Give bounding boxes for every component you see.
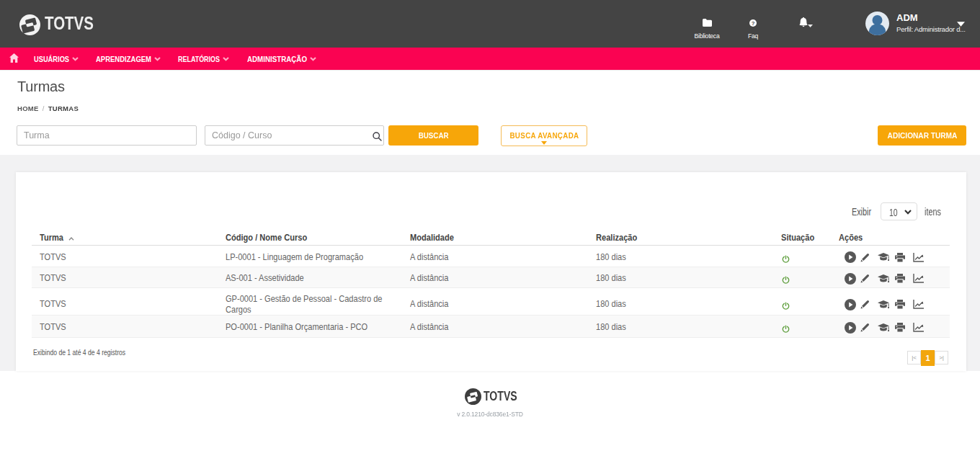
- svg-text:?: ?: [752, 20, 755, 27]
